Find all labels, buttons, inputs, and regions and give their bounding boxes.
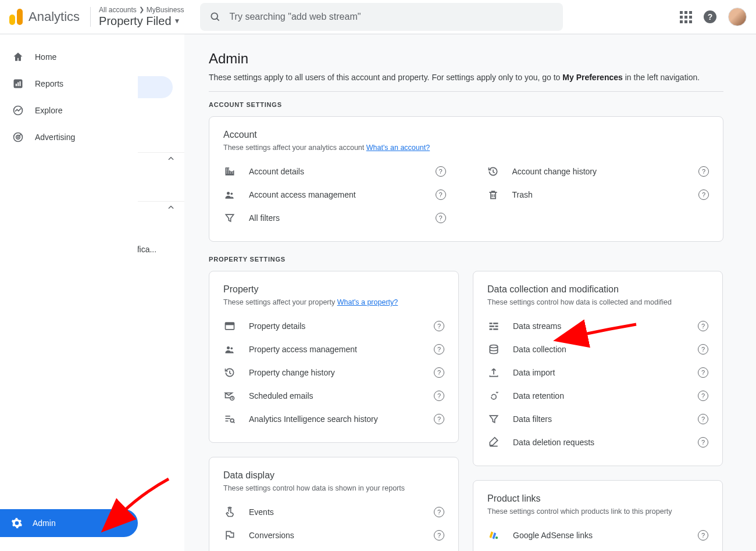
secondary-section-toggle-2[interactable]	[138, 201, 184, 213]
datadisplay-row-events[interactable]: Events?	[223, 500, 444, 524]
account-row-account-change-history[interactable]: Account change history?	[487, 160, 709, 183]
searchlist-icon	[223, 413, 236, 425]
help-icon[interactable]: ?	[698, 321, 708, 331]
datacoll-row-data-filters[interactable]: Data filters?	[487, 407, 708, 431]
svg-rect-27	[490, 325, 494, 327]
trash-icon	[487, 189, 500, 201]
property-row-scheduled-emails[interactable]: Scheduled emails?	[223, 384, 444, 407]
datacoll-row-label: Data filters	[513, 414, 685, 424]
breadcrumb-accounts: All accounts	[99, 6, 137, 14]
datacoll-row-data-deletion-requests[interactable]: Data deletion requests?	[487, 431, 708, 454]
svg-rect-16	[226, 323, 234, 325]
svg-rect-5	[20, 81, 21, 86]
account-card-title: Account	[223, 130, 709, 140]
db-icon	[487, 344, 500, 355]
nav-home-label: Home	[35, 52, 56, 62]
property-row-property-access-management[interactable]: Property access management?	[223, 338, 444, 361]
datacoll-row-data-import[interactable]: Data import?	[487, 361, 708, 384]
help-icon[interactable]: ?	[698, 391, 708, 401]
main-content: Admin These settings apply to all users …	[138, 34, 756, 551]
help-icon[interactable]: ?	[436, 213, 446, 223]
help-icon[interactable]: ?	[698, 530, 708, 541]
datadisplay-row-label: Events	[249, 507, 421, 517]
help-icon[interactable]: ?	[698, 367, 708, 378]
avatar[interactable]	[728, 8, 747, 26]
account-card: Account These settings affect your analy…	[209, 116, 723, 242]
help-icon[interactable]: ?	[434, 507, 444, 517]
datacoll-row-label: Data collection	[513, 345, 685, 354]
chevron-right-icon: ❯	[139, 6, 144, 13]
property-row-label: Property change history	[249, 368, 421, 377]
help-icon[interactable]: ?	[698, 414, 708, 424]
svg-rect-28	[495, 325, 498, 327]
account-row-trash[interactable]: Trash?	[487, 183, 709, 206]
datacoll-row-label: Data retention	[513, 391, 685, 400]
property-card-desc: These settings affect your property What…	[223, 298, 444, 306]
product-links-desc: These settings control which products li…	[487, 507, 708, 516]
help-icon[interactable]: ?	[434, 321, 444, 331]
help-icon[interactable]: ?	[436, 189, 446, 200]
help-icon[interactable]: ?	[698, 189, 709, 200]
analytics-logo[interactable]: Analytics	[9, 9, 80, 25]
account-row-account-details[interactable]: Account details?	[223, 160, 446, 183]
analytics-logo-icon	[9, 9, 23, 25]
divider	[209, 91, 723, 92]
help-icon[interactable]: ?	[698, 344, 708, 355]
nav-admin[interactable]: Admin	[0, 509, 138, 537]
datacoll-row-data-streams[interactable]: Data streams?	[487, 314, 708, 338]
upload-icon	[487, 367, 500, 378]
help-icon[interactable]: ?	[434, 530, 444, 541]
property-row-label: Analytics Intelligence search history	[249, 414, 421, 424]
nav-explore[interactable]: Explore	[0, 97, 138, 124]
data-display-card: Data display These settings control how …	[209, 457, 459, 551]
nav-reports[interactable]: Reports	[0, 70, 138, 97]
product-links-card: Product links These settings control whi…	[473, 480, 723, 551]
history-icon	[487, 166, 500, 177]
help-icon[interactable]: ?	[436, 166, 446, 177]
adsense-icon	[487, 529, 500, 541]
property-row-property-details[interactable]: Property details?	[223, 314, 444, 338]
data-display-desc: These settings control how data is shown…	[223, 484, 444, 492]
datacoll-row-data-retention[interactable]: Data retention?	[487, 384, 708, 407]
help-icon[interactable]: ?	[698, 166, 709, 177]
data-collection-title: Data collection and modification	[487, 284, 708, 295]
datacoll-row-label: Data deletion requests	[513, 438, 685, 447]
datadisplay-row-conversions[interactable]: Conversions?	[223, 524, 444, 547]
property-row-label: Scheduled emails	[249, 391, 421, 400]
property-row-label: Property details	[249, 321, 421, 331]
property-row-property-change-history[interactable]: Property change history?	[223, 361, 444, 384]
search-bar[interactable]	[200, 3, 563, 31]
help-icon[interactable]: ?	[698, 437, 708, 448]
whats-an-account-link[interactable]: What's an account?	[366, 144, 430, 152]
svg-rect-26	[493, 323, 498, 324]
account-settings-label: ACCOUNT SETTINGS	[209, 101, 756, 108]
apps-icon[interactable]	[680, 11, 692, 23]
svg-line-24	[234, 422, 235, 423]
help-icon[interactable]: ?	[704, 10, 716, 23]
business-icon	[223, 166, 236, 177]
help-icon[interactable]: ?	[434, 344, 444, 355]
secondary-section-toggle-1[interactable]	[138, 152, 184, 164]
breadcrumb-property: Property Filed	[99, 14, 172, 28]
nav-advertising[interactable]: Advertising	[0, 124, 138, 151]
help-icon[interactable]: ?	[434, 414, 444, 424]
help-icon[interactable]: ?	[434, 391, 444, 401]
svg-point-18	[231, 348, 233, 350]
account-row-account-access-management[interactable]: Account access management?	[223, 183, 446, 206]
svg-point-11	[227, 192, 230, 195]
nav-home[interactable]: Home	[0, 44, 138, 70]
productlinks-row-google-adsense-links[interactable]: Google AdSense links?	[487, 524, 708, 547]
webstream-icon	[223, 320, 236, 332]
whats-a-property-link[interactable]: What's a property?	[337, 298, 398, 306]
help-icon[interactable]: ?	[434, 367, 444, 378]
property-row-analytics-intelligence-search-history[interactable]: Analytics Intelligence search history?	[223, 407, 444, 431]
search-input[interactable]	[229, 12, 554, 22]
account-row-all-filters[interactable]: All filters?	[223, 206, 446, 230]
datadisplay-row-label: Conversions	[249, 531, 421, 540]
datacoll-row-data-collection[interactable]: Data collection?	[487, 338, 708, 361]
property-selector[interactable]: All accounts ❯ MyBusiness Property Filed…	[99, 6, 184, 28]
svg-rect-30	[493, 328, 498, 330]
explore-icon	[12, 104, 24, 117]
svg-point-23	[230, 419, 234, 423]
account-row-label: All filters	[249, 213, 423, 223]
